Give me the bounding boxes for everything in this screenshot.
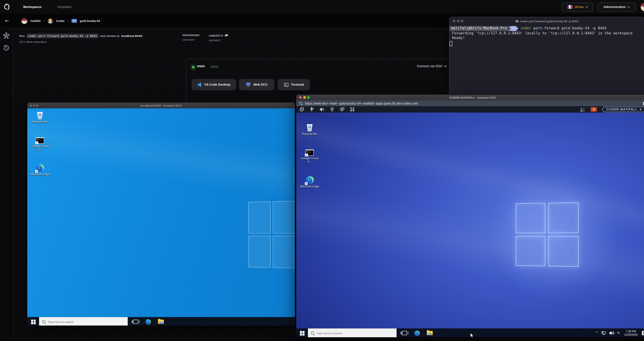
- resources-graph-icon[interactable]: [3, 32, 10, 39]
- search-input[interactable]: [316, 332, 388, 334]
- microphone-muted-icon[interactable]: [310, 107, 314, 112]
- icon-label: Google Cloud S...: [29, 144, 51, 151]
- windows-desktop[interactable]: ♻ Recycle Bin C:\_ Google Cloud S... Mic…: [27, 108, 295, 317]
- desktop-icon-recycle-bin[interactable]: ♻ Recycle Bin: [29, 112, 51, 123]
- search-input[interactable]: [48, 320, 119, 323]
- taskbar-search[interactable]: [308, 328, 396, 338]
- top-nav: Workspaces Templates 187ms Administratio…: [0, 0, 644, 14]
- command-prompt-icon: C:\_: [306, 150, 314, 156]
- webcam-disabled-icon[interactable]: [330, 107, 334, 112]
- desktop-icon-google-cloud[interactable]: C:\_ Google Cloud S...: [299, 150, 320, 163]
- pen-icon[interactable]: ✎: [617, 331, 620, 335]
- start-button[interactable]: [27, 317, 39, 326]
- administration-label: Administration: [604, 5, 626, 9]
- administration-button[interactable]: Administration: [597, 2, 636, 12]
- url-text[interactable]: https://web-dcv--main--gold-booby-54--ma…: [305, 102, 418, 105]
- screen: Workspaces Templates 187ms Administratio…: [0, 0, 644, 341]
- multi-monitor-icon[interactable]: [340, 107, 344, 112]
- workspace-icon: [71, 19, 77, 23]
- chevron-down-icon: [628, 5, 630, 8]
- latency-button[interactable]: 187ms: [562, 2, 593, 12]
- windows-desktop[interactable]: ♻ Recycle Bin C:\_ Google Cloud S... Mic…: [296, 112, 644, 328]
- desktop-icon-edge[interactable]: Microsoft Edge: [299, 176, 320, 188]
- username-value[interactable]: Administrator: [182, 34, 200, 36]
- terminal-output[interactable]: matifali@Atifs-MacBook-Pro ~ coder port-…: [450, 25, 644, 46]
- collaborators-icon[interactable]: [580, 107, 585, 112]
- user-avatar[interactable]: [641, 2, 644, 11]
- tab-templates[interactable]: Templates: [57, 0, 72, 14]
- monitor-icon: [246, 82, 251, 87]
- icon-label: Microsoft Edge: [30, 172, 50, 176]
- desktop-icon-edge[interactable]: Microsoft Edge: [29, 164, 51, 176]
- dcv-local-window: localhost:8443 - Amazon DCV ♻ Recycle Bi…: [27, 102, 295, 326]
- volume-icon[interactable]: [609, 331, 614, 335]
- window-controls[interactable]: [30, 104, 38, 106]
- search-icon: [42, 320, 45, 323]
- vscode-desktop-button[interactable]: VS Code Desktop: [192, 79, 236, 90]
- back-button[interactable]: ←: [5, 18, 9, 23]
- password-label: password: [209, 38, 228, 41]
- clipboard-windows-icon[interactable]: [300, 107, 304, 112]
- zoom-icon: [307, 96, 310, 99]
- fullscreen-icon[interactable]: [350, 107, 354, 112]
- site-icon: [299, 102, 303, 105]
- notifications-badge[interactable]: 3: [591, 107, 597, 112]
- powerline-arrow: [516, 26, 518, 31]
- terminal-titlebar[interactable]: coder port-forward gold-booby-54 -p 8443: [450, 17, 644, 25]
- icon-label: Recycle Bin: [32, 120, 48, 123]
- coder-logo-icon[interactable]: [3, 3, 10, 10]
- connect-label: and connect to: [100, 34, 120, 37]
- windows-start-icon: [31, 319, 36, 324]
- clipboard-icon[interactable]: [643, 101, 644, 106]
- breadcrumb-template[interactable]: Coder: [56, 19, 65, 22]
- network-icon[interactable]: [601, 331, 606, 335]
- action-center-icon[interactable]: 1: [642, 331, 644, 335]
- url-bar[interactable]: https://web-dcv--main--gold-booby-54--ma…: [296, 100, 644, 106]
- desktop-icon-recycle-bin[interactable]: ♻ Recycle Bin: [299, 124, 320, 136]
- dcv-web-titlebar[interactable]: CODER-MATIFALI- - Amazon DCV: [296, 94, 644, 100]
- desktop-icon-google-cloud[interactable]: C:\_ Google Cloud S...: [29, 138, 51, 151]
- window-controls[interactable]: [453, 20, 464, 22]
- port-forward-command[interactable]: coder port-forward gold-booby-54 -p 8443: [26, 34, 98, 38]
- file-explorer-icon[interactable]: [427, 331, 433, 335]
- tray-expand-icon[interactable]: ^: [595, 331, 598, 335]
- recycle-bin-icon: ♻: [306, 124, 313, 132]
- edge-taskbar-icon[interactable]: [145, 319, 151, 324]
- windows-logo-wallpaper: [516, 202, 580, 268]
- speaker-icon[interactable]: [320, 107, 324, 112]
- breadcrumb-workspace[interactable]: gold-booby-54: [80, 19, 100, 22]
- history-icon[interactable]: [3, 44, 10, 51]
- folder-icon: [515, 20, 518, 22]
- task-view-icon[interactable]: [402, 331, 407, 335]
- run-label: Run: [19, 34, 25, 37]
- terminal-title: coder port-forward gold-booby-54 -p 8443: [520, 20, 578, 22]
- taskbar-search[interactable]: [39, 317, 128, 326]
- eye-off-icon[interactable]: [224, 34, 228, 37]
- terminal-cursor: [450, 41, 452, 46]
- terminal-button[interactable]: Terminal: [278, 79, 310, 90]
- file-explorer-icon[interactable]: [158, 320, 164, 324]
- task-view-icon[interactable]: [133, 320, 138, 324]
- breadcrumb-separator: /: [44, 19, 44, 22]
- dcv-web-window: CODER-MATIFALI- - Amazon DCV https://web…: [296, 94, 644, 338]
- taskbar-clock[interactable]: 7:38 PM 11/20/2024: [623, 330, 639, 336]
- dcv-client-instructions-link[interactable]: DCV client instructions: [19, 40, 47, 43]
- connect-target[interactable]: localhost:8443/: [121, 34, 142, 37]
- connect-via-ssh-button[interactable]: Connect via SSH: [417, 64, 446, 68]
- dcv-web-title: CODER-MATIFALI- - Amazon DCV: [449, 96, 496, 99]
- edge-taskbar-icon[interactable]: [414, 330, 420, 336]
- dcv-toolbar: 3 CODER-MATIFALI-: [296, 106, 644, 112]
- chevron-down-icon: [585, 5, 588, 8]
- dcv-local-titlebar[interactable]: localhost:8443 - Amazon DCV: [27, 102, 295, 108]
- web-dcv-button[interactable]: Web DCV: [239, 79, 274, 90]
- breadcrumb-user[interactable]: matifali: [30, 19, 41, 22]
- user-avatar-small: [22, 18, 28, 24]
- start-button[interactable]: [296, 328, 308, 338]
- username-field: Administrator username: [182, 34, 200, 41]
- tab-workspaces[interactable]: Workspaces: [23, 0, 42, 14]
- search-icon: [311, 331, 314, 335]
- minimize-icon: [303, 96, 306, 99]
- window-controls[interactable]: [299, 96, 310, 99]
- password-value[interactable]: coderDCV!: [209, 34, 223, 37]
- session-menu-button[interactable]: CODER-MATIFALI-: [602, 107, 644, 112]
